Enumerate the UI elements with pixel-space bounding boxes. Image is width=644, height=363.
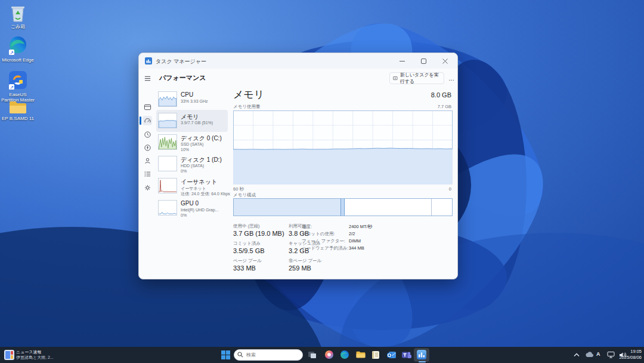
disk1-mini-chart (158, 156, 177, 171)
tray-overflow-button[interactable] (571, 349, 582, 360)
nav-app-history[interactable] (143, 130, 152, 139)
windows-logo-icon (221, 350, 230, 359)
stat-value: 344 MB (349, 245, 364, 251)
nav-users[interactable] (143, 156, 152, 165)
widget-news-icon (4, 350, 14, 360)
sidebar-item-detail2: 10% (181, 147, 189, 152)
sidebar-item-disk1[interactable]: ディスク 1 (D:) HDD (SATA) 0% (157, 155, 227, 176)
services-gear-icon (144, 184, 151, 192)
composition-segment-free (432, 199, 452, 216)
stat-value: 3.7 GB (19.0 MB) (233, 230, 284, 237)
chart-time-end: 0 (449, 186, 451, 192)
edge-icon (340, 350, 349, 359)
task-manager-window: タスク マネージャー (138, 53, 458, 279)
taskbar-icon-outlook[interactable] (386, 349, 397, 360)
desktop-icon-edge[interactable]: ↗ Microsoft Edge (0, 36, 36, 63)
taskbar-icon-teams[interactable] (401, 349, 412, 360)
ethernet-network-icon (607, 351, 615, 358)
stat-label: ページ プール (233, 258, 262, 264)
close-icon (442, 59, 448, 64)
desktop-icon-label: EP B.SAMD 11 (0, 116, 36, 121)
composition-segment-in-use (234, 199, 341, 216)
gpu-mini-chart (158, 200, 177, 216)
notes-app-icon (371, 350, 380, 359)
task-manager-icon (417, 350, 426, 359)
sidebar-item-detail2: 送信: 24.0 受信: 64.0 Kbps (181, 191, 230, 197)
taskbar-icon-task-manager[interactable] (416, 349, 427, 360)
svg-text:↗: ↗ (10, 85, 14, 90)
details-list-icon (144, 170, 151, 178)
nav-performance-selected[interactable] (143, 116, 152, 125)
sidebar-item-label: ディスク 0 (C:) (181, 134, 222, 143)
sidebar-item-ethernet[interactable]: イーサネット イーサネット 送信: 24.0 受信: 64.0 Kbps (157, 177, 227, 198)
sidebar-item-label: イーサネット (181, 178, 217, 186)
stat-label: ハードウェア予約済み: (302, 245, 348, 251)
stat-label: フォーム ファクター: (302, 238, 345, 244)
stat-label: 非ページ プール (289, 258, 321, 264)
hamburger-menu-icon (144, 75, 151, 82)
desktop: ごみ箱 ↗ Microsoft Edge ↗ EaseUS Partition … (0, 0, 644, 363)
tray-onedrive[interactable] (584, 349, 595, 360)
taskbar-icon-copilot[interactable] (324, 349, 335, 360)
users-icon (144, 157, 151, 165)
sidebar-item-detail2: 0% (181, 169, 187, 173)
nav-startup-apps[interactable] (143, 143, 152, 152)
widgets-button[interactable]: ニュース速報 伊豆諸島と大雨, 2... (0, 347, 78, 363)
nav-services[interactable] (143, 183, 152, 192)
maximize-icon (421, 59, 426, 64)
clock-time: 19:05 (619, 349, 642, 355)
cpu-mini-chart (158, 91, 177, 107)
copilot-icon (324, 350, 334, 359)
nav-rail (139, 69, 156, 279)
clock-date: 2025/08/06 (619, 355, 642, 361)
close-button[interactable] (435, 53, 455, 69)
run-new-task-label: 新しいタスクを実行する (400, 72, 441, 85)
sidebar-item-detail: Intel(R) UHD Grap... (181, 208, 218, 212)
teams-icon (402, 350, 411, 359)
search-icon (237, 352, 243, 358)
more-options-button[interactable]: … (447, 72, 456, 84)
folder-icon (9, 100, 27, 115)
maximize-button[interactable] (413, 53, 434, 69)
desktop-icon-folder[interactable]: EP B.SAMD 11 (0, 100, 36, 121)
desktop-icon-recycle-bin[interactable]: ごみ箱 (0, 4, 36, 29)
stat-value: 3.5/9.5 GB (233, 247, 265, 254)
file-explorer-icon (356, 350, 366, 359)
nav-processes[interactable] (143, 102, 152, 112)
nav-menu-button[interactable] (143, 73, 152, 83)
usage-chart-label: メモリ使用量 (233, 104, 261, 110)
clock[interactable]: 19:05 2025/08/06 (619, 349, 642, 361)
window-titlebar[interactable]: タスク マネージャー (139, 53, 457, 69)
chevron-up-icon (574, 353, 580, 357)
sidebar-item-gpu[interactable]: GPU 0 Intel(R) UHD Grap... 0% (157, 199, 227, 220)
tray-network[interactable] (605, 349, 616, 360)
taskbar-icon-notes[interactable] (370, 349, 381, 360)
run-task-icon (393, 75, 398, 81)
stat-value: 259 MB (289, 264, 311, 272)
easeus-partition-master-icon: ↗ (8, 70, 27, 91)
task-manager-app-icon (145, 57, 152, 64)
memory-panel-title: メモリ (233, 88, 264, 101)
sidebar-item-label: ディスク 1 (D:) (181, 156, 222, 164)
sidebar-item-cpu[interactable]: CPU 33% 3.93 GHz (157, 90, 227, 110)
taskbar-icon-explorer[interactable] (355, 349, 366, 360)
nav-details[interactable] (143, 169, 152, 179)
taskbar-icon-edge[interactable] (339, 349, 350, 360)
composition-segment-standby (345, 199, 432, 216)
memory-usage-chart (233, 110, 453, 184)
sidebar-item-label: メモリ (181, 113, 199, 121)
start-button[interactable] (220, 349, 231, 360)
taskbar-icon-task-view[interactable] (306, 349, 317, 360)
sidebar-item-memory[interactable]: メモリ 3.9/7.7 GB (51%) (157, 112, 227, 132)
stat-value: DIMM (349, 238, 361, 244)
sidebar-item-detail2: 0% (181, 213, 187, 217)
stat-label: 使用中 (圧縮) (233, 223, 260, 229)
run-new-task-button[interactable]: 新しいタスクを実行する (389, 72, 444, 84)
ime-indicator[interactable]: A (596, 351, 600, 357)
desktop-icon-label: ごみ箱 (0, 24, 36, 29)
search-input[interactable] (234, 349, 303, 361)
sidebar-item-detail: 3.9/7.7 GB (51%) (181, 121, 213, 125)
sidebar-item-disk0[interactable]: ディスク 0 (C:) SSD (SATA) 10% (157, 133, 227, 155)
minimize-button[interactable] (392, 53, 412, 69)
desktop-icon-easeus[interactable]: ↗ EaseUS Partition Master (0, 70, 36, 103)
